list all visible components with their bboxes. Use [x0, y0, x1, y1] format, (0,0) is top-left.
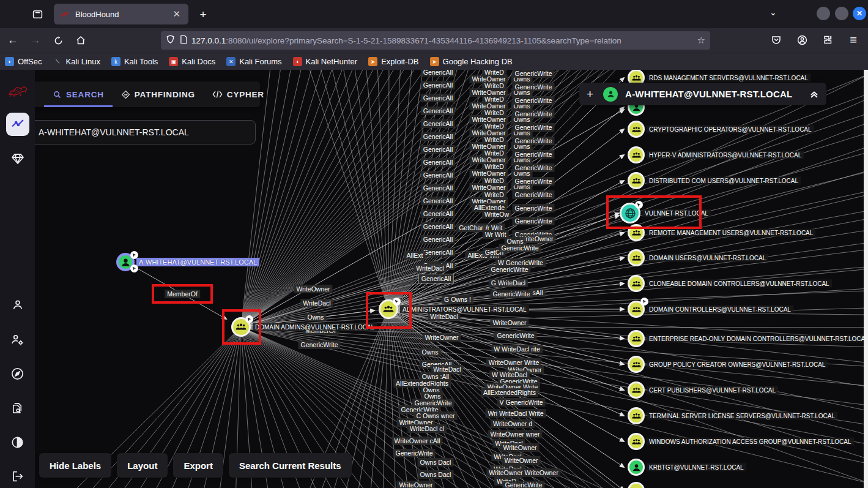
graph-node-erodc[interactable] [628, 330, 645, 347]
firefox-view-icon[interactable] [28, 6, 46, 23]
sidebar-logout-item[interactable] [6, 465, 29, 488]
edge-label[interactable]: GenericWrite [490, 290, 532, 298]
reload-button[interactable] [48, 31, 68, 50]
account-icon[interactable] [792, 31, 812, 49]
edge-label[interactable]: AllExt [404, 251, 426, 260]
edge-label[interactable]: GenericWrite [298, 340, 340, 349]
edge-label[interactable]: GenericAll [421, 119, 455, 128]
node-expand-badge-icon[interactable] [130, 265, 138, 272]
tab-search[interactable]: SEARCH [44, 81, 113, 107]
node-label[interactable]: DOMAIN USERS@VULNNET-RST.LOCAL [647, 254, 768, 262]
edge-label[interactable]: GenericAll [421, 158, 455, 167]
edge-label[interactable]: GenericWrite [512, 177, 554, 186]
search-input[interactable]: A-WHITEHAT@VULNNET-RST.LOCAL [13, 120, 256, 145]
sidebar-group-management-item[interactable] [6, 147, 29, 170]
bookmark-item[interactable]: ▣Kali Docs [169, 57, 215, 66]
edge-label[interactable]: WriteOwner cAll [391, 437, 442, 445]
edge-label[interactable]: GenericWrite [512, 70, 554, 78]
node-label[interactable]: REMOTE MANAGEMENT USERS@VULNNET-RST.LOCA… [647, 229, 815, 237]
graph-node-dcom[interactable] [628, 172, 645, 189]
sidebar-file-ingest-item[interactable] [6, 396, 29, 419]
edge-label[interactable]: GenericAll [421, 145, 455, 154]
graph-node-cloneable[interactable] [628, 275, 645, 292]
edge-label[interactable]: GenericWrite [494, 331, 536, 340]
edge-label[interactable]: GenericWrite [512, 163, 554, 172]
edge-label[interactable]: WriteOwner wner [488, 430, 543, 438]
edge-label[interactable]: GenericWrite [502, 481, 544, 488]
edge-label[interactable]: WriteOwner [500, 443, 539, 452]
tab-cypher[interactable]: CYPHER [204, 81, 273, 107]
edge-label[interactable]: GenericAll [421, 184, 455, 192]
home-button[interactable] [71, 31, 91, 50]
edge-label[interactable]: GenericWrite [512, 204, 554, 212]
edge-label[interactable]: WriteOwner [294, 285, 332, 293]
edge-label[interactable]: W WriteDacl rite [491, 345, 543, 353]
page-info-icon[interactable] [180, 35, 188, 47]
edge-label[interactable]: GenericAll [421, 197, 455, 205]
sidebar-profile-item[interactable] [6, 293, 29, 317]
node-label[interactable]: CERT PUBLISHERS@VULNNET-RST.LOCAL [647, 386, 778, 394]
graph-node-dcs[interactable] [628, 301, 645, 318]
node-label[interactable]: A-WHITEHAT@VULNNET-RST.LOCAL [136, 258, 259, 266]
bookmark-item[interactable]: ◖Kali NetHunter [293, 57, 358, 66]
layout-button[interactable]: Layout [117, 453, 168, 478]
node-label[interactable]: DOMAIN ADMINS@VULNNET-RST.LOCAL [253, 323, 377, 331]
bookmark-item[interactable]: kKali Tools [111, 57, 158, 66]
edge-label[interactable]: WriteOwner [490, 318, 529, 327]
edge-label[interactable]: GenericAll [421, 235, 455, 244]
graph-node-krbtgt[interactable] [628, 459, 645, 476]
back-button[interactable]: ← [3, 31, 23, 50]
edge-label[interactable]: GenericWrite [512, 217, 554, 225]
bookmark-item[interactable]: ⟍Kali Linux [53, 57, 100, 66]
search-current-results-button[interactable]: Search Current Results [229, 453, 352, 478]
edge-label[interactable]: GenericAll [418, 274, 454, 283]
edge-label[interactable]: WriteDacl cl [407, 424, 447, 433]
node-label[interactable]: KRBTGT@VULNNET-RST.LOCAL [647, 464, 746, 471]
bookmark-item[interactable]: ➤Google Hacking DB [430, 57, 513, 66]
edge-label[interactable]: WriteDacl [428, 312, 460, 321]
edge-label[interactable]: WriteOw [482, 210, 511, 219]
browser-tab[interactable]: BloodHound ✕ [54, 4, 188, 24]
scrollbar[interactable] [864, 70, 868, 488]
node-label[interactable]: TERMINAL SERVER LICENSE SERVERS@VULNNET-… [647, 412, 837, 420]
edge-label[interactable]: G Owns ! [442, 295, 473, 304]
bookmark-item[interactable]: ◗OffSec [5, 57, 42, 66]
edge-label[interactable]: WriteOwner d [491, 419, 535, 428]
edge-label[interactable]: WriteDacl [414, 264, 446, 272]
export-button[interactable]: Export [173, 453, 223, 478]
edge-label[interactable]: GenericWrite [488, 265, 530, 274]
edge-label[interactable]: GenericAll [421, 70, 455, 77]
sidebar-explore-compass-item[interactable] [6, 362, 29, 385]
node-label[interactable]: WINDOWS AUTHORIZATION ACCESS GROUP@VULNN… [647, 438, 854, 446]
sidebar-explore-item[interactable] [6, 113, 29, 136]
edge-label[interactable]: GenericAll [421, 81, 455, 89]
graph-node-crypto[interactable] [628, 121, 645, 138]
edge-label[interactable]: GetChar [456, 223, 486, 232]
node-label[interactable]: ENTERPRISE READ-ONLY DOMAIN CONTROLLERS@… [647, 335, 868, 343]
sidebar-admin-users-item[interactable] [6, 328, 29, 351]
edge-label[interactable]: G WriteDacl [489, 279, 528, 287]
graph-node-tsls[interactable] [628, 407, 645, 424]
node-label[interactable]: CLONEABLE DOMAIN CONTROLLERS@VULNNET-RST… [647, 280, 832, 288]
new-tab-button[interactable]: + [195, 6, 212, 23]
graph-node-dusers[interactable] [628, 249, 645, 266]
edge-label[interactable]: GenericAll [421, 107, 455, 115]
graph-node-waag[interactable] [628, 433, 645, 450]
edge-label[interactable]: GenericAll [421, 248, 455, 257]
edge-label[interactable]: GenericAll [421, 94, 455, 102]
add-icon[interactable]: + [587, 88, 593, 101]
graph-node-edge-node[interactable] [628, 482, 645, 488]
bookmark-item[interactable]: ✕Kali Forums [226, 57, 281, 66]
url-bar[interactable]: 127.0.0.1:8080/ui/explore?primarySearch=… [161, 31, 710, 50]
edge-label[interactable]: WriteOwner WriteOwner [486, 468, 560, 477]
tab-pathfinding[interactable]: PATHFINDING [113, 81, 204, 107]
forward-button[interactable]: → [26, 31, 45, 50]
extensions-puzzle-icon[interactable] [818, 31, 837, 49]
edge-label[interactable]: GenericWrite [512, 190, 554, 199]
collapse-double-chevron-icon[interactable] [809, 89, 819, 99]
tab-list-chevron-icon[interactable]: ⌄ [770, 7, 777, 17]
pocket-icon[interactable] [766, 31, 786, 49]
node-label[interactable]: GROUP POLICY CREATOR OWNERS@VULNNET-RST.… [647, 361, 828, 369]
node-label[interactable]: DOMAIN CONTROLLERS@VULNNET-RST.LOCAL [647, 306, 793, 313]
edge-label[interactable]: GenericAll [421, 222, 455, 231]
